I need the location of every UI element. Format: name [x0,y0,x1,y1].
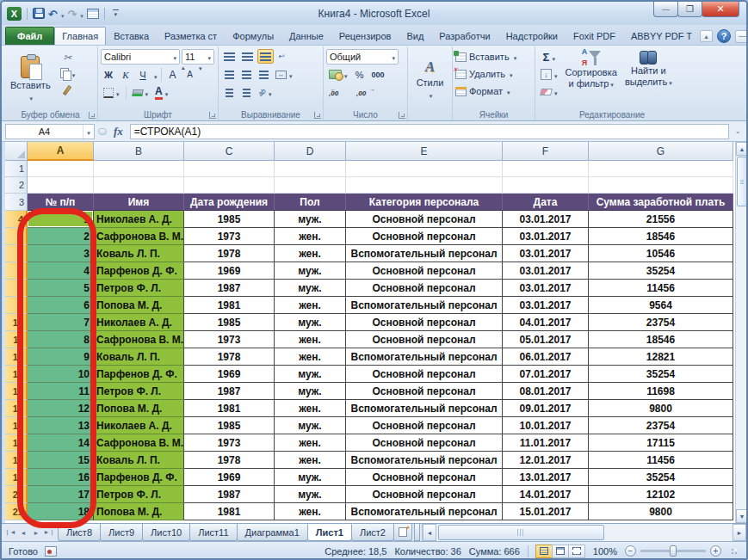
cell-F15[interactable]: 09.01.2017 [503,400,589,417]
cell-D6[interactable]: жен. [275,245,346,262]
cell-E14[interactable]: Основной персонал [346,383,503,400]
vertical-scrollbar-thumb[interactable] [737,157,747,206]
cell-A18[interactable]: 15 [28,452,94,469]
cell-D18[interactable]: жен. [275,452,346,469]
scroll-left-icon[interactable]: ◄ [423,524,436,541]
dialog-launcher-icon[interactable] [399,112,405,119]
cell-C20[interactable]: 1987 [184,486,275,503]
cell-C5[interactable]: 1973 [184,228,275,245]
cell-D5[interactable]: жен. [275,228,346,245]
row-header-21[interactable]: 21 [5,503,28,520]
cell-D3[interactable]: Пол [275,194,346,211]
cell-E12[interactable]: Вспомогательный персонал [346,348,503,366]
column-header-C[interactable]: C [184,142,275,161]
cell-E2[interactable] [346,177,503,194]
fill-button[interactable] [538,67,560,82]
vertical-scrollbar[interactable]: ▲ ▼ [735,142,748,523]
zoom-slider-track[interactable] [640,550,706,552]
ribbon-tab-файл[interactable]: Файл [5,27,54,45]
minimize-button[interactable] [653,2,678,17]
ribbon-tab-рецензиров[interactable]: Рецензиров [331,27,399,45]
shrink-font-button[interactable]: А [182,67,198,82]
cell-A13[interactable]: 10 [28,366,94,383]
macro-record-icon[interactable] [45,546,57,557]
cell-F2[interactable] [503,177,589,194]
ribbon-tab-надстройки[interactable]: Надстройки [498,27,566,45]
cell-B14[interactable]: Петров Ф. Л. [94,383,184,400]
font-size-combo[interactable]: 11 [182,49,214,65]
cell-C17[interactable]: 1973 [184,434,275,452]
align-right-button[interactable] [256,67,271,82]
cell-E6[interactable]: Вспомогательный персонал [346,245,503,262]
row-header-13[interactable]: 13 [5,366,28,383]
cell-G18[interactable]: 11456 [589,452,733,469]
bold-button[interactable]: Ж [101,67,116,82]
sheet-tab-лист11[interactable]: Лист11 [189,524,237,541]
ribbon-tab-данные[interactable]: Данные [281,27,331,45]
cell-C14[interactable]: 1987 [184,383,275,400]
align-middle-button[interactable] [239,49,256,64]
row-header-19[interactable]: 19 [5,469,28,486]
table-view-icon[interactable] [87,9,99,19]
cell-D4[interactable]: муж. [275,211,346,228]
cell-C16[interactable]: 1985 [184,417,275,434]
cell-F11[interactable]: 05.01.2017 [503,331,589,348]
cell-C7[interactable]: 1969 [184,262,275,280]
ribbon-tab-разработчи[interactable]: Разработчи [431,27,498,45]
ribbon-tab-вставка[interactable]: Вставка [106,27,157,45]
dialog-launcher-icon[interactable] [314,112,321,119]
cell-B17[interactable]: Сафронова В. М. [94,434,184,452]
first-sheet-icon[interactable]: ❘◄ [4,526,16,538]
paste-button[interactable]: Вставить [6,48,55,109]
cell-C12[interactable]: 1978 [184,348,275,366]
name-box[interactable]: A4 [5,124,95,139]
cell-G20[interactable]: 12102 [589,486,733,503]
row-header-14[interactable]: 14 [5,383,28,400]
row-header-5[interactable]: 5 [5,228,28,245]
chevron-down-icon[interactable] [152,67,158,83]
help-icon[interactable]: ? [717,29,731,43]
cell-C13[interactable]: 1969 [184,366,275,383]
workbook-minimize-button[interactable]: — [735,30,748,43]
scroll-right-icon[interactable]: ► [733,524,746,541]
decrease-decimal-button[interactable] [354,85,380,100]
row-header-15[interactable]: 15 [5,400,28,417]
cell-D17[interactable]: жен. [275,434,346,452]
cell-G8[interactable]: 11456 [589,280,733,297]
row-header-16[interactable]: 16 [5,417,28,434]
cell-D2[interactable] [275,177,346,194]
page-break-view-button[interactable] [568,545,585,558]
cell-G10[interactable]: 23754 [589,314,733,331]
cell-E1[interactable] [346,161,503,177]
cell-D15[interactable]: жен. [275,400,346,417]
insert-sheet-button[interactable] [393,524,412,541]
horizontal-scrollbar-track[interactable] [436,524,733,541]
cell-D8[interactable]: муж. [275,280,346,297]
cell-A3[interactable]: № п/п [28,194,94,211]
insert-cells-button[interactable]: Вставить [455,49,532,65]
cell-C8[interactable]: 1987 [184,280,275,297]
percent-button[interactable]: % [352,67,368,82]
row-header-17[interactable]: 17 [5,434,28,452]
cell-D7[interactable]: муж. [275,262,346,280]
dialog-launcher-icon[interactable] [89,112,96,119]
cell-G17[interactable]: 17115 [589,434,733,452]
cell-A2[interactable] [28,177,94,194]
sheet-tab-лист2[interactable]: Лист2 [351,524,394,541]
cell-D13[interactable]: муж. [275,366,346,383]
zoom-in-button[interactable]: + [710,545,721,557]
cell-D10[interactable]: муж. [275,314,346,331]
cell-G9[interactable]: 9564 [589,297,733,314]
cell-C10[interactable]: 1985 [184,314,275,331]
underline-button[interactable]: Ч [135,67,151,82]
ribbon-tab-abbyy-pdf-t[interactable]: ABBYY PDF T [623,27,700,45]
row-header-9[interactable]: 9 [5,297,28,314]
ribbon-tab-формулы[interactable]: Формулы [225,27,281,45]
cell-C2[interactable] [184,177,275,194]
cell-A5[interactable]: 2 [28,228,94,245]
maximize-button[interactable] [677,2,702,17]
cell-F19[interactable]: 13.01.2017 [503,469,589,486]
tab-split-handle[interactable] [414,524,420,541]
font-color-button[interactable]: А [152,85,170,100]
cell-D16[interactable]: муж. [275,417,346,434]
